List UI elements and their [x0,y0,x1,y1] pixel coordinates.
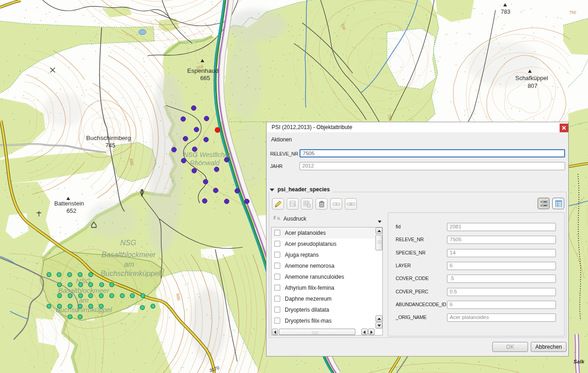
svg-text:NSG: NSG [120,239,136,247]
svg-text:807: 807 [528,82,538,89]
svg-text:Schafküppel: Schafküppel [515,75,548,81]
svg-text:Buchschirmküppel: Buchschirmküppel [56,306,112,314]
svg-text:NSG Westlicher: NSG Westlicher [184,151,231,158]
svg-text:Salk: Salk [573,359,584,364]
svg-text:Basaltblockmeer: Basaltblockmeer [59,287,110,294]
svg-text:750: 750 [569,10,576,15]
svg-text:652: 652 [66,207,76,214]
svg-text:am: am [124,260,134,268]
svg-text:Rhönwald: Rhönwald [190,159,220,167]
svg-text:Buchschirmküppel: Buchschirmküppel [101,270,161,277]
svg-text:Basaltblockmeer: Basaltblockmeer [102,251,156,259]
svg-text:Buchschirmberg: Buchschirmberg [86,135,131,141]
svg-text:783: 783 [501,9,511,15]
svg-text:Battenstein: Battenstein [54,200,84,207]
svg-text:745: 745 [105,142,115,149]
svg-text:665: 665 [200,75,210,81]
